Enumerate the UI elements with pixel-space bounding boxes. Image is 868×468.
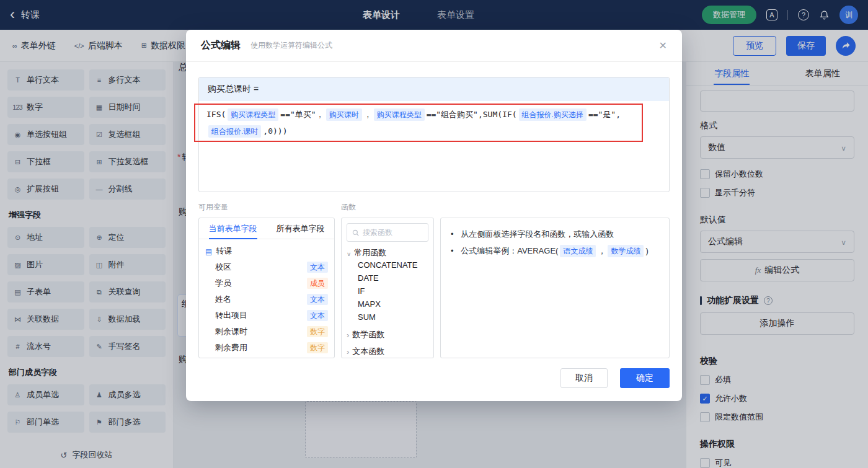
collapsed-function-groups: 数学函数 文本函数	[347, 329, 428, 357]
variable-name: 剩余课时	[215, 326, 247, 337]
formula-editor[interactable]: 购买总课时 = IFS(购买课程类型=="单买"，购买课时，购买课程类型=="组…	[198, 77, 670, 192]
variable-type-tag: 数字	[307, 326, 328, 337]
variable-type-tag: 文本	[307, 310, 328, 321]
formula-segment: ,0)))	[263, 126, 287, 136]
variable-item[interactable]: 剩余费用 数字	[199, 340, 334, 356]
variable-type-tag: 成员	[307, 278, 328, 289]
variable-name: 剩余费用	[215, 342, 247, 353]
variable-item[interactable]: 剩余课时 数字	[199, 324, 334, 340]
function-items: CONCATENATEDATEIFMAPXSUM	[347, 258, 428, 324]
chevron-right-icon	[347, 348, 349, 356]
formula-segment: =="是",	[588, 110, 621, 119]
function-item[interactable]: MAPX	[347, 298, 428, 311]
function-item[interactable]: DATE	[347, 272, 428, 285]
variables-label: 可用变量	[198, 202, 341, 213]
variable-item[interactable]: 姓名 文本	[199, 291, 334, 307]
formula-segment: ，	[364, 110, 372, 119]
panel-labels: 可用变量 函数	[198, 202, 670, 213]
formula-help-panel: 从左侧面板选择字段名和函数，或输入函数 公式编辑举例：AVERAGE(语文成绩，…	[440, 218, 670, 358]
variables-tab[interactable]: 当前表单字段	[199, 218, 267, 239]
tip-segment: 语文成绩	[560, 245, 596, 257]
modal-body: 购买总课时 = IFS(购买课程类型=="单买"，购买课时，购买课程类型=="组…	[186, 62, 682, 388]
variable-type-tag: 文本	[307, 262, 328, 273]
chevron-down-icon	[347, 249, 351, 257]
modal-panels: 当前表单字段 所有表单字段 转课 校区 文本	[198, 218, 670, 358]
form-doc-icon	[205, 247, 212, 256]
formula-line: 组合报价.课时,0)))	[206, 123, 662, 139]
formula-line: IFS(购买课程类型=="单买"，购买课时，购买课程类型=="组合购买",SUM…	[206, 106, 662, 123]
variable-name: 学员	[215, 278, 231, 289]
close-icon[interactable]	[659, 40, 667, 51]
formula-segment: =="单买"，	[280, 110, 324, 119]
formula-segment: 组合报价.购买选择	[519, 108, 587, 121]
variable-type-tag: 文本	[307, 294, 328, 305]
function-group[interactable]: 数学函数	[347, 329, 428, 340]
modal-header: 公式编辑 使用数学运算符编辑公式	[186, 30, 682, 62]
variable-type-tag: 数字	[307, 342, 328, 353]
variable-item[interactable]: 转出项目 文本	[199, 307, 334, 324]
function-search[interactable]	[347, 223, 428, 242]
formula-segment: 购买课程类型	[374, 108, 425, 121]
tip-segment: ，	[598, 246, 606, 255]
function-group[interactable]: 文本函数	[347, 346, 428, 357]
tip-segment: 公式编辑举例：AVERAGE(	[461, 246, 558, 255]
modal-footer: 取消 确定	[198, 368, 670, 388]
modal-title: 公式编辑	[201, 39, 241, 52]
variable-item[interactable]: 校区 文本	[199, 259, 334, 275]
function-group-label: 常用函数	[354, 247, 386, 258]
formula-segment: 购买课程类型	[228, 108, 278, 121]
variable-name: 转出项目	[215, 310, 247, 321]
formula-segment: =="组合购买",SUM(IF(	[427, 110, 517, 119]
tip-line: 从左侧面板选择字段名和函数，或输入函数	[451, 226, 659, 242]
chevron-right-icon	[347, 331, 349, 339]
tip-line: 公式编辑举例：AVERAGE(语文成绩，数学成绩)	[451, 242, 659, 259]
form-name: 转课	[216, 245, 232, 257]
function-item[interactable]: CONCATENATE	[347, 258, 428, 272]
tip-segment: 数学成绩	[608, 245, 644, 257]
variable-name: 校区	[215, 262, 231, 273]
functions-panel: 常用函数 CONCATENATEDATEIFMAPXSUM 数学函数	[341, 218, 434, 358]
variable-name: 姓名	[215, 294, 231, 305]
variables-list: 转课 校区 文本 学员 成员	[199, 239, 334, 358]
variable-rows: 校区 文本 学员 成员 姓名 文本	[199, 259, 334, 356]
function-group[interactable]: 常用函数	[347, 247, 428, 258]
functions-label: 函数	[341, 202, 356, 213]
tip-segment: )	[645, 246, 648, 255]
variables-tab[interactable]: 所有表单字段	[267, 218, 334, 239]
variables-panel: 当前表单字段 所有表单字段 转课 校区 文本	[198, 218, 335, 358]
variables-tabs: 当前表单字段 所有表单字段	[199, 218, 334, 239]
formula-segment: 购买课时	[326, 108, 362, 121]
tip-segment: 从左侧面板选择字段名和函数，或输入函数	[461, 229, 614, 239]
function-item[interactable]: SUM	[347, 311, 428, 324]
formula-segment: IFS(	[206, 110, 226, 119]
search-icon	[352, 229, 359, 237]
form-tree-root[interactable]: 转课	[199, 243, 334, 259]
formula-edit-modal: 公式编辑 使用数学运算符编辑公式 购买总课时 = IFS(购买课程类型=="单买…	[186, 30, 682, 401]
function-group-label: 数学函数	[352, 329, 384, 340]
confirm-button[interactable]: 确定	[620, 368, 670, 388]
formula-segment: 组合报价.课时	[208, 125, 261, 138]
function-group-label: 文本函数	[352, 346, 384, 357]
modal-subtitle: 使用数学运算符编辑公式	[250, 40, 332, 51]
function-search-input[interactable]	[363, 228, 423, 237]
variable-item[interactable]: 学员 成员	[199, 275, 334, 291]
formula-code-area[interactable]: IFS(购买课程类型=="单买"，购买课时，购买课程类型=="组合购买",SUM…	[199, 101, 669, 144]
formula-target-field: 购买总课时 =	[199, 77, 669, 101]
function-item[interactable]: IF	[347, 285, 428, 298]
cancel-button[interactable]: 取消	[560, 368, 608, 388]
